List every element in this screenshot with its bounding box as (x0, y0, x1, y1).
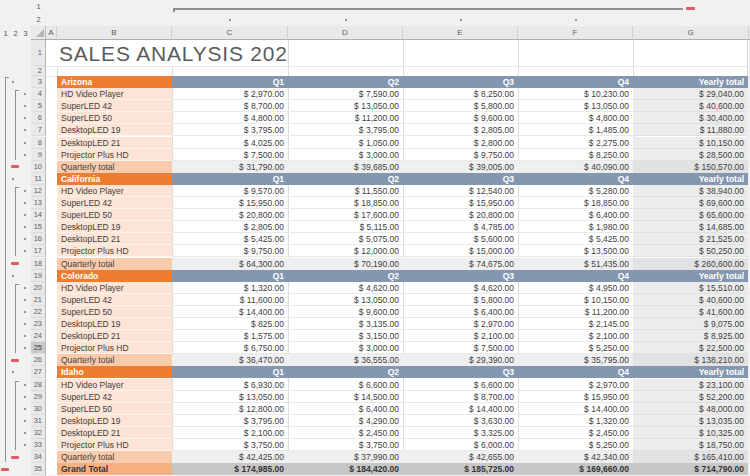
cell-value[interactable]: $ 14,400.00 (403, 403, 518, 415)
cell-quarter-header[interactable]: Q1 (172, 270, 288, 282)
row-header-35[interactable]: 35 (31, 463, 46, 475)
cell-product-name[interactable]: HD Video Player (57, 185, 172, 197)
cell-state-name[interactable]: California (57, 173, 172, 185)
cell-value[interactable]: $ 2,450.00 (518, 427, 633, 439)
cell-grand-total-yearly[interactable]: $ 714,790.00 (633, 463, 748, 475)
cell-quarter-header[interactable]: Q4 (518, 173, 633, 185)
cell-quarter-header[interactable]: Q4 (518, 366, 633, 378)
row-header-33[interactable]: 33 (31, 439, 46, 451)
cell-value[interactable]: $ 15,950.00 (403, 197, 518, 209)
cell-value[interactable]: $ 2,145.00 (518, 318, 633, 330)
cell-quarterly-total-value[interactable]: $ 35,795.00 (518, 354, 633, 366)
cell-yearly-value[interactable]: $ 10,150.00 (633, 137, 748, 149)
cell-value[interactable]: $ 5,075.00 (288, 233, 403, 245)
cell-value[interactable]: $ 13,050.00 (518, 100, 633, 112)
cell-product-name[interactable]: HD Video Player (57, 379, 172, 391)
cell-yearly-value[interactable]: $ 65,600.00 (633, 209, 748, 221)
cell-value[interactable]: $ 18,850.00 (518, 197, 633, 209)
cell-value[interactable]: $ 3,135.00 (288, 318, 403, 330)
cell-quarterly-total-value[interactable]: $ 39,685.00 (288, 161, 403, 173)
cell-value[interactable]: $ 4,620.00 (288, 282, 403, 294)
cell-value[interactable]: $ 9,750.00 (403, 149, 518, 161)
cell-value[interactable]: $ 6,000.00 (403, 439, 518, 451)
cell-quarter-header[interactable]: Q2 (288, 76, 403, 88)
cell-product-name[interactable]: HD Video Player (57, 282, 172, 294)
outline-collapse-button-columns[interactable] (686, 7, 695, 10)
outline-row-level-button-3[interactable]: 3 (21, 28, 30, 39)
cell-value[interactable]: $ 10,150.00 (518, 294, 633, 306)
cell-value[interactable]: $ 3,795.00 (172, 415, 288, 427)
row-header-31[interactable]: 31 (31, 415, 46, 427)
cell-value[interactable]: $ 14,500.00 (288, 391, 403, 403)
cell-product-name[interactable]: DesktopLED 19 (57, 124, 172, 136)
row-header-5[interactable]: 5 (31, 100, 46, 112)
outline-row-level-button-1[interactable]: 1 (1, 28, 10, 39)
cell-quarterly-total-yearly[interactable]: $ 150,570.00 (633, 161, 748, 173)
row-header-30[interactable]: 30 (31, 403, 46, 415)
cell-value[interactable]: $ 2,100.00 (518, 330, 633, 342)
cell-quarterly-total-value[interactable]: $ 74,675.00 (403, 258, 518, 270)
cell-value[interactable]: $ 3,630.00 (403, 415, 518, 427)
column-header-e[interactable]: E (403, 26, 518, 40)
cell-value[interactable]: $ 11,200.00 (518, 306, 633, 318)
cell-grand-total-label[interactable]: Grand Total (57, 463, 172, 475)
cell-value[interactable]: $ 3,150.00 (288, 330, 403, 342)
cell-value[interactable]: $ 5,250.00 (518, 439, 633, 451)
row-header-7[interactable]: 7 (31, 124, 46, 136)
row-header-17[interactable]: 17 (31, 245, 46, 257)
row-header-22[interactable]: 22 (31, 306, 46, 318)
cell-product-name[interactable]: DesktopLED 21 (57, 137, 172, 149)
row-header-32[interactable]: 32 (31, 427, 46, 439)
cell-value[interactable]: $ 6,400.00 (288, 403, 403, 415)
cell-value[interactable]: $ 15,000.00 (403, 245, 518, 257)
cell-value[interactable]: $ 3,750.00 (288, 439, 403, 451)
cell-value[interactable]: $ 2,275.00 (518, 137, 633, 149)
cell-quarter-header[interactable]: Q3 (403, 366, 518, 378)
cell-value[interactable]: $ 5,425.00 (172, 233, 288, 245)
row-header-34[interactable]: 34 (31, 451, 46, 463)
cell-value[interactable]: $ 2,970.00 (172, 88, 288, 100)
cell-value[interactable]: $ 2,805.00 (172, 221, 288, 233)
cell-value[interactable]: $ 4,620.00 (403, 282, 518, 294)
outline-collapse-button-state[interactable] (11, 359, 19, 362)
cell-value[interactable]: $ 7,500.00 (403, 342, 518, 354)
cell-value[interactable]: $ 11,200.00 (288, 112, 403, 124)
cell-quarterly-total-value[interactable]: $ 70,190.00 (288, 258, 403, 270)
cell-yearly-value[interactable]: $ 40,600.00 (633, 100, 748, 112)
cell-value[interactable]: $ 5,425.00 (518, 233, 633, 245)
cell-quarterly-total-value[interactable]: $ 39,005.00 (403, 161, 518, 173)
row-header-11[interactable]: 11 (31, 173, 46, 185)
cell-value[interactable]: $ 825.00 (172, 318, 288, 330)
cell-yearly-value[interactable]: $ 11,880.00 (633, 124, 748, 136)
cell-quarterly-total-yearly[interactable]: $ 165,410.00 (633, 451, 748, 463)
outline-col-level-button-2[interactable]: 2 (32, 14, 45, 25)
row-header-4[interactable]: 4 (31, 88, 46, 100)
cell-value[interactable]: $ 13,050.00 (172, 391, 288, 403)
cell-value[interactable]: $ 20,800.00 (172, 209, 288, 221)
cell-quarterly-total-yearly[interactable]: $ 138,210.00 (633, 354, 748, 366)
cell-grand-total-value[interactable]: $ 185,725.00 (403, 463, 518, 475)
cell-value[interactable]: $ 6,750.00 (172, 342, 288, 354)
cell-product-name[interactable]: SuperLED 42 (57, 100, 172, 112)
row-header-1[interactable]: 1 (31, 40, 46, 66)
cell-quarterly-total-value[interactable]: $ 29,390.00 (403, 354, 518, 366)
cell-quarter-header[interactable]: Q4 (518, 76, 633, 88)
cell-value[interactable]: $ 10,230.00 (518, 88, 633, 100)
cell-value[interactable]: $ 2,100.00 (403, 330, 518, 342)
cell-value[interactable]: $ 7,500.00 (172, 149, 288, 161)
cell-value[interactable]: $ 1,320.00 (172, 282, 288, 294)
cell-value[interactable]: $ 3,325.00 (403, 427, 518, 439)
cell-value[interactable]: $ 3,795.00 (172, 124, 288, 136)
cell-yearly-value[interactable]: $ 48,000.00 (633, 403, 748, 415)
cell-quarterly-total-value[interactable]: $ 42,425.00 (172, 451, 288, 463)
cell-product-name[interactable]: Projector Plus HD (57, 149, 172, 161)
cell-value[interactable]: $ 9,600.00 (403, 112, 518, 124)
cell-quarterly-total-label[interactable]: Quarterly total (57, 354, 172, 366)
cell-value[interactable]: $ 14,400.00 (172, 306, 288, 318)
row-header-18[interactable]: 18 (31, 258, 46, 270)
cell-yearly-value[interactable]: $ 69,600.00 (633, 197, 748, 209)
cell-value[interactable]: $ 5,800.00 (403, 100, 518, 112)
cell-value[interactable]: $ 12,000.00 (288, 245, 403, 257)
cell-quarter-header[interactable]: Q1 (172, 366, 288, 378)
cell-yearly-value[interactable]: $ 38,940.00 (633, 185, 748, 197)
